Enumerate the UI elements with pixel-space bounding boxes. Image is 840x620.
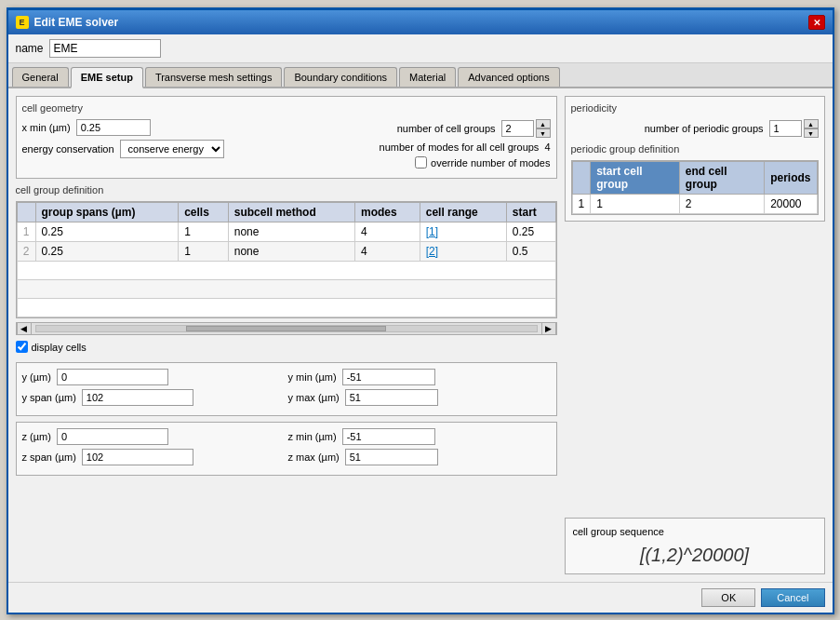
tab-transverse[interactable]: Transverse mesh settings xyxy=(145,67,283,87)
override-modes-checkbox[interactable] xyxy=(415,156,427,168)
x-min-input[interactable] xyxy=(76,119,151,136)
cell-geometry-title: cell geometry xyxy=(22,102,551,114)
tab-advanced[interactable]: Advanced options xyxy=(458,67,559,87)
col-spans-header: group spans (µm) xyxy=(35,203,179,222)
y-min-input[interactable] xyxy=(342,369,435,385)
y-min-row: y min (µm) xyxy=(288,369,551,385)
display-cells-checkbox[interactable] xyxy=(16,341,28,353)
row1-start: 0.25 xyxy=(506,222,555,242)
z-max-input[interactable] xyxy=(345,449,438,465)
num-periodic-groups-input[interactable] xyxy=(769,120,802,137)
z-row: z (µm) xyxy=(22,428,285,445)
tab-eme-setup[interactable]: EME setup xyxy=(71,67,143,88)
y-span-input[interactable] xyxy=(82,389,193,406)
num-cell-groups-down[interactable]: ▼ xyxy=(536,128,551,138)
row1-cells: 1 xyxy=(179,222,229,242)
z-span-row: z span (µm) xyxy=(22,449,285,465)
scroll-thumb[interactable] xyxy=(186,326,386,331)
close-button[interactable]: ✕ xyxy=(808,15,825,30)
period-num-header xyxy=(572,162,591,195)
z-span-label: z span (µm) xyxy=(22,452,76,463)
empty-row xyxy=(17,262,555,280)
table-scrollbar[interactable]: ◀ ▶ xyxy=(16,322,557,335)
cancel-button[interactable]: Cancel xyxy=(761,588,824,607)
cell-group-sequence-value: [(1,2)^20000] xyxy=(573,545,817,566)
energy-conservation-row: energy conservation conserve energy xyxy=(22,140,224,158)
override-modes-row: override number of modes xyxy=(380,156,551,168)
z-max-label: z max (µm) xyxy=(288,452,340,463)
energy-conservation-select[interactable]: conserve energy xyxy=(120,140,224,158)
name-label: name xyxy=(16,42,44,55)
num-cell-groups-input[interactable] xyxy=(501,120,534,137)
z-min-label: z min (µm) xyxy=(288,431,337,442)
table-row[interactable]: 2 0.25 1 none 4 [2] 0.5 xyxy=(17,242,555,262)
num-periodic-up[interactable]: ▲ xyxy=(804,119,819,128)
period-start-header: start cell group xyxy=(591,162,680,195)
col-start-header: start xyxy=(506,203,555,222)
energy-conservation-label: energy conservation xyxy=(22,143,114,155)
scroll-left[interactable]: ◀ xyxy=(17,322,32,335)
periodic-group-def-title: periodic group definition xyxy=(571,143,819,155)
z-max-row: z max (µm) xyxy=(288,449,551,465)
num-cell-groups-label: number of cell groups xyxy=(397,123,496,134)
num-cell-groups-up[interactable]: ▲ xyxy=(536,119,551,128)
period-table-row[interactable]: 1 1 2 20000 xyxy=(572,195,817,214)
y-min-label: y min (µm) xyxy=(288,371,337,383)
cell-group-definition-section: cell group definition group spans (µm) c… xyxy=(16,184,557,335)
num-modes-value: 4 xyxy=(544,142,550,153)
scroll-right[interactable]: ▶ xyxy=(541,322,556,335)
tab-general[interactable]: General xyxy=(12,67,69,87)
cell-geometry-section: cell geometry x min (µm) energy conserva… xyxy=(16,96,557,179)
row1-range: [1] xyxy=(420,222,506,242)
name-input[interactable] xyxy=(49,39,161,58)
row1-num: 1 xyxy=(17,222,35,242)
y-span-label: y span (µm) xyxy=(22,392,76,403)
table-row[interactable]: 1 0.25 1 none 4 [1] 0.25 xyxy=(17,222,555,242)
row2-modes: 4 xyxy=(354,242,420,262)
period-row1-end: 2 xyxy=(679,195,764,214)
row2-range-link[interactable]: [2] xyxy=(426,245,438,258)
row1-range-link[interactable]: [1] xyxy=(426,225,438,238)
period-row1-periods: 20000 xyxy=(765,195,817,214)
y-input[interactable] xyxy=(57,369,168,385)
col-cells-header: cells xyxy=(179,203,229,222)
row2-span: 0.25 xyxy=(35,242,179,262)
num-periodic-groups-spinner: ▲ ▼ xyxy=(769,119,819,138)
empty-row xyxy=(17,299,555,317)
num-periodic-groups-label: number of periodic groups xyxy=(645,123,764,134)
window-icon: E xyxy=(16,16,29,29)
window-title: Edit EME solver xyxy=(34,16,119,29)
ok-button[interactable]: OK xyxy=(701,588,755,607)
name-row: name xyxy=(8,34,833,63)
num-cell-groups-spinner: ▲ ▼ xyxy=(501,119,551,138)
y-span-row: y span (µm) xyxy=(22,389,285,406)
cell-group-table-container: group spans (µm) cells subcell method mo… xyxy=(16,201,557,318)
x-min-row: x min (µm) xyxy=(22,119,224,136)
z-input[interactable] xyxy=(57,428,168,445)
period-end-header: end cell group xyxy=(679,162,764,195)
y-label: y (µm) xyxy=(22,371,51,383)
y-max-label: y max (µm) xyxy=(288,392,340,403)
tab-material[interactable]: Material xyxy=(399,67,456,87)
right-spacer xyxy=(565,227,825,512)
z-min-row: z min (µm) xyxy=(288,428,551,445)
row2-subcell: none xyxy=(228,242,354,262)
periodicity-section: periodicity number of periodic groups ▲ … xyxy=(565,96,825,222)
cell-group-sequence-label: cell group sequence xyxy=(573,526,817,537)
y-max-input[interactable] xyxy=(345,389,438,406)
row1-span: 0.25 xyxy=(35,222,179,242)
num-periodic-down[interactable]: ▼ xyxy=(804,128,819,138)
num-periodic-groups-row: number of periodic groups ▲ ▼ xyxy=(571,119,819,138)
scroll-track[interactable] xyxy=(35,325,538,332)
period-row1-start: 1 xyxy=(591,195,680,214)
row2-cells: 1 xyxy=(179,242,229,262)
z-label: z (µm) xyxy=(22,431,51,442)
z-span-input[interactable] xyxy=(82,449,193,465)
tab-boundary[interactable]: Boundary conditions xyxy=(284,67,397,87)
display-cells-label: display cells xyxy=(32,342,87,353)
row2-num: 2 xyxy=(17,242,35,262)
z-min-input[interactable] xyxy=(342,428,435,445)
empty-row xyxy=(17,280,555,299)
content-area: cell geometry x min (µm) energy conserva… xyxy=(8,88,833,582)
main-window: E Edit EME solver ✕ name General EME set… xyxy=(7,7,834,614)
